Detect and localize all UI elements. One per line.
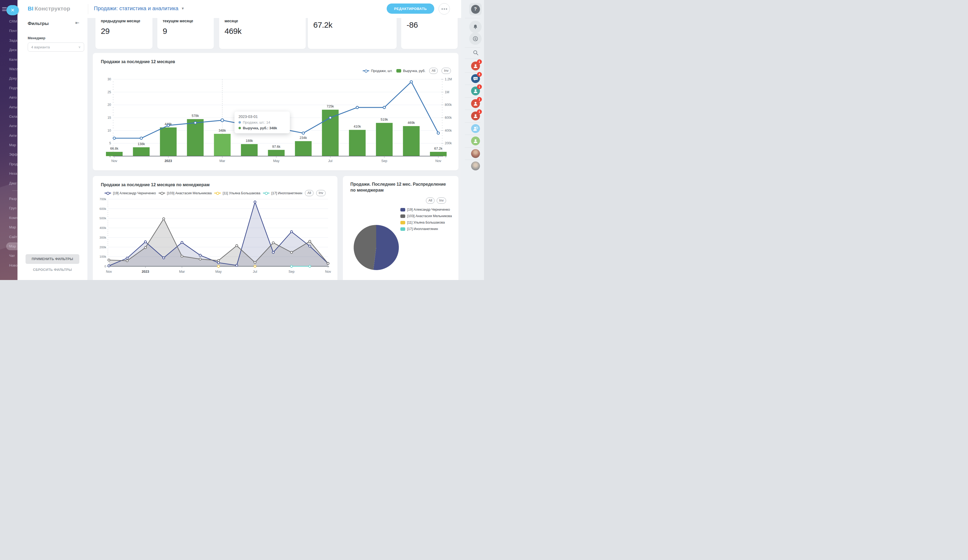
legend-item[interactable]: [19] Александр Черниченко xyxy=(400,208,452,211)
sidebar-item[interactable]: Мар xyxy=(0,140,18,150)
stat-card: месяце 469k xyxy=(219,18,306,49)
svg-text:May: May xyxy=(273,159,280,163)
svg-text:700k: 700k xyxy=(99,198,106,201)
chart-title: Продажи. Последние 12 мес. Распределение… xyxy=(350,182,450,193)
svg-text:5: 5 xyxy=(109,141,111,145)
avatar-person-clock[interactable] xyxy=(471,124,480,133)
sidebar-item[interactable]: Авто xyxy=(0,93,18,102)
search-icon xyxy=(472,49,479,56)
avatar-person[interactable]: 1 xyxy=(471,112,480,121)
legend-swatch xyxy=(400,208,405,211)
legend-item[interactable]: [17] Инопланетянин xyxy=(263,191,302,195)
legend-line-marker xyxy=(363,69,369,73)
svg-text:Nov: Nov xyxy=(111,159,118,163)
legend-item[interactable]: [11] Ульяна Большакова xyxy=(214,191,260,195)
sidebar-item[interactable]: Диск xyxy=(0,45,18,55)
apply-filters-button[interactable]: ПРИМЕНИТЬ ФИЛЬТРЫ xyxy=(25,254,79,264)
sidebar-item[interactable]: Подп xyxy=(0,83,18,93)
avatar-person[interactable]: 1 xyxy=(471,99,480,108)
legend-all-button[interactable]: All xyxy=(426,198,434,204)
sidebar-item[interactable]: Мар xyxy=(0,223,18,232)
legend-label: [17] Инопланетянин xyxy=(271,191,302,195)
logo-text: Конструктор xyxy=(35,5,70,12)
stat-card: 67.2k xyxy=(308,18,396,49)
search-button[interactable] xyxy=(472,49,479,57)
app-logo: BIКонструктор xyxy=(28,5,70,12)
more-options-button[interactable] xyxy=(439,3,450,15)
sidebar-item[interactable]: Доку xyxy=(0,74,18,83)
avatar-photo[interactable] xyxy=(471,149,480,158)
sidebar-item[interactable]: Комп xyxy=(0,213,18,223)
avatar-person[interactable]: 1 xyxy=(471,86,480,96)
sidebar-item[interactable]: Почт xyxy=(0,26,18,35)
sidebar-item[interactable]: Акти xyxy=(0,121,18,131)
manager-filter-select[interactable]: 4 варианта ∨ xyxy=(28,43,84,51)
sidebar-item[interactable]: Акти xyxy=(0,131,18,140)
sidebar-item[interactable]: Wazz xyxy=(0,64,18,74)
sidebar-item[interactable]: Прод xyxy=(0,159,18,169)
sidebar-item[interactable]: Мар xyxy=(0,241,18,251)
reset-filters-button[interactable]: СБРОСИТЬ ФИЛЬТРЫ xyxy=(25,268,79,272)
svg-text:500k: 500k xyxy=(99,216,106,220)
tooltip-row: Продажи, шт.: 14 xyxy=(239,121,286,124)
legend-inv-button[interactable]: Inv xyxy=(441,68,451,74)
chevron-down-icon: ▼ xyxy=(181,7,184,10)
sidebar-item[interactable]: Акты xyxy=(0,102,18,112)
sidebar-item[interactable]: Зада xyxy=(0,36,18,45)
legend-item[interactable]: Выручка, руб. xyxy=(396,69,426,73)
notifications-button[interactable] xyxy=(469,21,482,33)
stat-card-value: -86 xyxy=(406,20,452,30)
hamburger-menu-icon[interactable] xyxy=(2,7,7,11)
sidebar-item[interactable]: Даш xyxy=(0,178,18,188)
avatar-person[interactable]: 1 xyxy=(471,61,480,70)
close-menu-button[interactable]: ✕ xyxy=(7,5,19,15)
sidebar-item[interactable]: Чат xyxy=(0,251,18,260)
pie-chart-buttons: AllInv xyxy=(426,198,446,204)
sidebar-item[interactable]: Кале xyxy=(0,55,18,64)
svg-text:15: 15 xyxy=(108,116,111,120)
notification-badge: 1 xyxy=(477,84,482,89)
sales-12m-panel: Продажи за последние 12 месяцев Продажи,… xyxy=(93,53,459,170)
svg-text:30: 30 xyxy=(108,78,111,81)
sidebar-item[interactable]: Груп xyxy=(0,203,18,213)
svg-text:519k: 519k xyxy=(381,118,388,121)
avatar-photo[interactable] xyxy=(471,162,480,170)
manager-filter-label: Менеджер xyxy=(28,36,45,40)
legend-item[interactable]: Продажи, шт. xyxy=(363,69,393,73)
legend-inv-button[interactable]: Inv xyxy=(437,198,446,204)
svg-text:725k: 725k xyxy=(327,104,334,108)
avatar-group[interactable]: 4 xyxy=(471,74,480,83)
sidebar-item[interactable]: Скла xyxy=(0,112,18,121)
managers-line-chart-canvas[interactable]: 0100k200k300k400k500k600k700kNov2023MarM… xyxy=(97,197,333,280)
edit-button[interactable]: РЕДАКТИРОВАТЬ xyxy=(387,3,434,14)
sidebar-item[interactable]: Неза xyxy=(0,169,18,178)
distribution-pie-canvas[interactable] xyxy=(343,214,413,280)
svg-text:234k: 234k xyxy=(300,136,307,140)
legend-inv-button[interactable]: Inv xyxy=(316,190,326,196)
legend-label: [19] Александр Черниченко xyxy=(113,191,156,195)
stat-card-title: месяце xyxy=(224,19,300,23)
sidebar-item[interactable]: Эфф xyxy=(0,150,18,159)
help-button[interactable]: ? 1 xyxy=(469,3,482,15)
stat-card-value: 9 xyxy=(163,26,208,36)
legend-label: [11] Ульяна Большакова xyxy=(407,221,445,225)
messenger-button[interactable] xyxy=(469,33,482,45)
legend-item[interactable]: [103] Анастасия Мельникова xyxy=(159,191,212,195)
avatar-person[interactable] xyxy=(471,137,480,145)
sales-by-manager-panel: Продажи за последние 12 месяцев по менед… xyxy=(93,176,337,280)
sidebar-item[interactable]: Сайт xyxy=(0,232,18,241)
legend-all-button[interactable]: All xyxy=(429,68,438,74)
legend-all-button[interactable]: All xyxy=(305,190,313,196)
stat-card-value: 67.2k xyxy=(313,20,391,30)
svg-text:200k: 200k xyxy=(99,246,106,249)
sidebar-items: CRMПочтЗадаДискКалеWazzДокуПодпАвтоАктыС… xyxy=(0,17,18,270)
legend-label: Продажи, шт. xyxy=(371,69,393,73)
chevron-down-icon: ∨ xyxy=(78,45,81,49)
collapse-filters-icon[interactable]: ⇤ xyxy=(75,20,79,26)
sidebar-item[interactable]: Ново xyxy=(0,261,18,270)
dashboard-title-dropdown[interactable]: Продажи: статистика и аналитика ▼ xyxy=(94,5,184,12)
svg-text:348k: 348k xyxy=(219,129,226,132)
legend-item[interactable]: [19] Александр Черниченко xyxy=(104,191,156,195)
sidebar-item[interactable]: Разр xyxy=(0,194,18,203)
sidebar-item[interactable]: CRM xyxy=(0,17,18,26)
